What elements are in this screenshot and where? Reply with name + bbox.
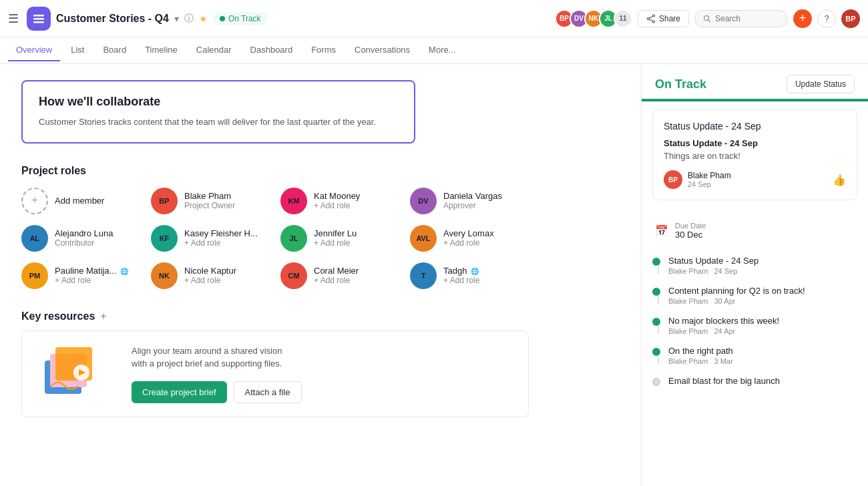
- svg-line-7: [649, 19, 652, 21]
- info-icon[interactable]: ⓘ: [184, 13, 194, 25]
- tab-list[interactable]: List: [63, 39, 92, 61]
- card-user-name: Blake Pham: [688, 171, 731, 180]
- role-nicole-kaptur: NK Nicole Kaptur + Add role: [151, 262, 270, 289]
- tab-overview[interactable]: Overview: [8, 39, 60, 61]
- share-icon: [646, 14, 656, 23]
- tab-timeline[interactable]: Timeline: [137, 39, 186, 61]
- attach-file-button[interactable]: Attach a file: [234, 381, 302, 403]
- nav-right: BP DV NK JL 11 Share + ? BP: [555, 9, 860, 28]
- svg-rect-1: [33, 18, 44, 20]
- svg-rect-2: [33, 21, 44, 23]
- add-member-item[interactable]: + Add member: [21, 188, 140, 214]
- avatar: CM: [280, 262, 307, 289]
- status-badge: On Track: [213, 12, 268, 25]
- search-box[interactable]: [694, 10, 788, 27]
- card-user: BP Blake Pham 24 Sep: [664, 170, 731, 189]
- card-user-date: 24 Sep: [688, 180, 731, 188]
- avatar: JL: [280, 225, 307, 252]
- chevron-down-icon[interactable]: ▾: [174, 13, 179, 24]
- timeline-meta: Blake Pham 3 Mar: [668, 357, 733, 365]
- add-member-circle[interactable]: +: [21, 188, 48, 214]
- timeline-meta: Blake Pham 30 Apr: [668, 297, 805, 305]
- globe-icon: 🌐: [120, 268, 128, 275]
- role-daniela-vargas: DV Daniela Vargas Approver: [410, 188, 529, 214]
- status-card-subtitle: Status Update - 24 Sep: [664, 138, 846, 148]
- svg-point-4: [647, 17, 649, 19]
- key-resources-header: Key resources +: [21, 310, 620, 322]
- timeline-dot: [652, 318, 660, 326]
- on-track-label: On Track: [655, 77, 706, 91]
- tab-forms[interactable]: Forms: [303, 39, 344, 61]
- hamburger-icon[interactable]: ☰: [8, 11, 19, 26]
- project-roles-title: Project roles: [21, 165, 620, 177]
- avatars-group: BP DV NK JL 11: [555, 9, 632, 28]
- add-resource-icon[interactable]: +: [100, 310, 106, 322]
- help-button[interactable]: ?: [817, 9, 836, 28]
- add-member-label: Add member: [55, 196, 104, 206]
- timeline-dot: [652, 288, 660, 296]
- role-alejandro-luna: AL Alejandro Luna Contributor: [21, 225, 140, 252]
- globe-icon: 🌐: [471, 268, 479, 275]
- timeline-item: No major blockers this week! Blake Pham …: [652, 310, 857, 340]
- status-card-footer: BP Blake Pham 24 Sep 👍: [664, 170, 846, 189]
- user-avatar[interactable]: BP: [841, 9, 860, 28]
- role-jennifer-lu: JL Jennifer Lu + Add role: [280, 225, 399, 252]
- timeline-title: Content planning for Q2 is on track!: [668, 286, 805, 296]
- update-status-button[interactable]: Update Status: [787, 75, 855, 93]
- left-panel: How we'll collaborate Customer Stories t…: [0, 64, 641, 486]
- svg-line-6: [649, 16, 652, 18]
- project-title: Customer Stories - Q4: [56, 13, 169, 25]
- tab-board[interactable]: Board: [95, 39, 134, 61]
- status-card-body: Things are on track!: [664, 151, 846, 161]
- avatar: PM: [21, 262, 48, 289]
- timeline-title: Status Update - 24 Sep: [668, 256, 758, 266]
- role-tadgh: T Tadgh 🌐 + Add role: [410, 262, 529, 289]
- search-input[interactable]: [715, 14, 775, 23]
- due-date-label: Due Date: [675, 222, 706, 230]
- avatar-count[interactable]: 11: [614, 9, 632, 28]
- tab-dashboard[interactable]: Dashboard: [242, 39, 301, 61]
- share-button[interactable]: Share: [638, 10, 689, 27]
- star-icon[interactable]: ★: [199, 13, 208, 24]
- timeline-dot-empty: [652, 378, 660, 386]
- top-nav: ☰ Customer Stories - Q4 ▾ ⓘ ★ On Track B…: [0, 0, 868, 37]
- svg-rect-0: [33, 15, 44, 17]
- tab-conversations[interactable]: Conversations: [347, 39, 418, 61]
- avatar: KF: [151, 225, 178, 252]
- thumbs-up-icon[interactable]: 👍: [833, 174, 846, 186]
- progress-bar: [642, 99, 868, 101]
- role-pauline-matija: PM Pauline Matija... 🌐 + Add role: [21, 262, 140, 289]
- resource-actions: Create project brief Attach a file: [132, 381, 512, 403]
- resource-illustration: [38, 347, 105, 401]
- main-layout: How we'll collaborate Customer Stories t…: [0, 64, 868, 486]
- collab-title: How we'll collaborate: [39, 95, 398, 109]
- due-date-value: 30 Dec: [675, 230, 706, 240]
- avatar: AL: [21, 225, 48, 252]
- search-icon: [703, 15, 711, 23]
- role-kasey-fleisher: KF Kasey Fleisher H... + Add role: [151, 225, 270, 252]
- timeline-section: 📅 Due Date 30 Dec Status Update - 24 Sep…: [642, 211, 868, 397]
- create-brief-button[interactable]: Create project brief: [132, 381, 227, 403]
- timeline-item: Content planning for Q2 is on track! Bla…: [652, 280, 857, 310]
- avatar: AVL: [410, 225, 437, 252]
- svg-point-8: [704, 15, 709, 20]
- calendar-icon: 📅: [655, 224, 668, 237]
- timeline-title: On the right path: [668, 346, 733, 356]
- add-button[interactable]: +: [793, 9, 812, 28]
- right-panel-header: On Track Update Status: [642, 64, 868, 99]
- app-icon: [27, 7, 51, 31]
- roles-grid: + Add member BP Blake Pham Project Owner…: [21, 188, 529, 289]
- due-date-item: 📅 Due Date 30 Dec: [652, 216, 857, 245]
- timeline-item: On the right path Blake Pham 3 Mar: [652, 340, 857, 371]
- tab-more[interactable]: More...: [421, 39, 463, 61]
- status-text: On Track: [228, 14, 261, 23]
- role-coral-meier: CM Coral Meier + Add role: [280, 262, 399, 289]
- tab-bar: Overview List Board Timeline Calendar Da…: [0, 37, 868, 64]
- role-avery-lomax: AVL Avery Lomax + Add role: [410, 225, 529, 252]
- card-avatar: BP: [664, 170, 682, 189]
- avatar: NK: [151, 262, 178, 289]
- tab-calendar[interactable]: Calendar: [188, 39, 240, 61]
- resource-box: Align your team around a shared visionwi…: [21, 330, 529, 417]
- timeline-dot: [652, 258, 660, 266]
- role-kat-mooney: KM Kat Mooney + Add role: [280, 188, 399, 214]
